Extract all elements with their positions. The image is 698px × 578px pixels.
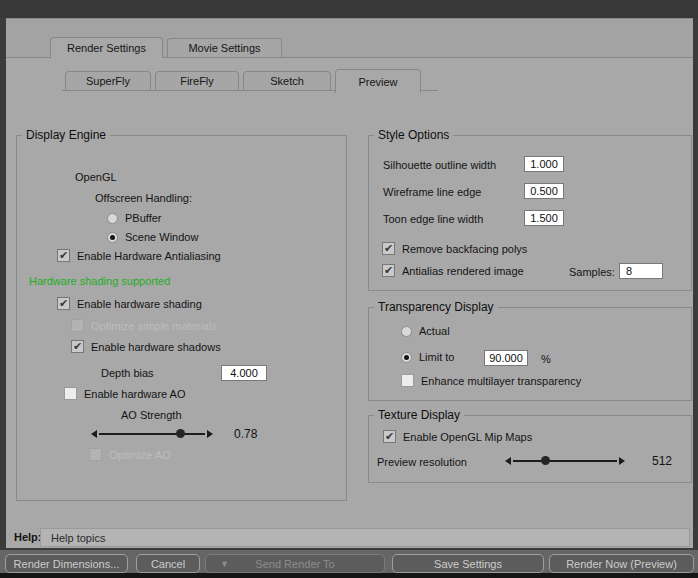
render-dimensions-button[interactable]: Render Dimensions...: [5, 554, 128, 573]
checkbox-checked-icon: ✔: [382, 242, 395, 255]
radio-limit-to-icon: [401, 352, 412, 363]
checkbox-unchecked-icon: [401, 374, 414, 387]
preview-resolution-slider[interactable]: [505, 457, 625, 465]
tab-preview-label: Preview: [358, 76, 397, 88]
preview-resolution-label: Preview resolution: [377, 456, 467, 468]
checkbox-remove-backfacing-polys[interactable]: ✔ Remove backfacing polys: [382, 242, 527, 255]
radio-limit-to[interactable]: Limit to: [401, 351, 454, 363]
checkmark-icon: ✔: [384, 265, 393, 276]
optimize-ao-label: Optimize AO: [109, 449, 171, 461]
tab-superfly-label: SuperFly: [86, 75, 130, 87]
preview-resolution-slider-track[interactable]: [513, 460, 617, 462]
ao-strength-label: AO Strength: [121, 409, 182, 421]
ao-strength-slider-knob[interactable]: [176, 429, 185, 438]
depth-bias-label: Depth bias: [101, 367, 154, 379]
cancel-label: Cancel: [151, 558, 185, 570]
slider-right-arrow-icon[interactable]: [619, 457, 625, 465]
checkbox-optimize-ao: Optimize AO: [89, 448, 171, 461]
texture-display-title: Texture Display: [374, 408, 464, 422]
tab-sketch[interactable]: Sketch: [243, 71, 331, 90]
checkbox-enhance-multilayer-transparency[interactable]: Enhance multilayer transparency: [401, 374, 581, 387]
checkbox-enable-hardware-ao[interactable]: Enable hardware AO: [64, 387, 186, 400]
cancel-button[interactable]: Cancel: [136, 554, 200, 573]
window-titlebar: [0, 0, 698, 18]
enable-hardware-shadows-label: Enable hardware shadows: [91, 341, 221, 353]
silhouette-outline-width-input[interactable]: [524, 156, 564, 172]
dropdown-arrow-icon: ▼: [220, 559, 229, 569]
wireframe-line-edge-label: Wireframe line edge: [383, 186, 481, 198]
checkbox-checked-icon: ✔: [57, 297, 70, 310]
toon-edge-line-width-label: Toon edge line width: [383, 213, 483, 225]
checkbox-enable-hardware-antialiasing[interactable]: ✔ Enable Hardware Antialiasing: [57, 249, 221, 262]
render-now-preview-label: Render Now (Preview): [566, 558, 677, 570]
tab-preview[interactable]: Preview: [335, 69, 421, 93]
samples-input[interactable]: [619, 263, 663, 279]
ao-strength-value: 0.78: [234, 427, 257, 441]
toon-edge-line-width-input[interactable]: [524, 210, 564, 226]
checkbox-enable-opengl-mip-maps[interactable]: ✔ Enable OpenGL Mip Maps: [383, 430, 532, 443]
checkmark-icon: ✔: [73, 341, 82, 352]
save-settings-label: Save Settings: [434, 558, 502, 570]
display-engine-title: Display Engine: [22, 128, 110, 142]
enable-hardware-shading-label: Enable hardware shading: [77, 298, 202, 310]
silhouette-outline-width-label: Silhouette outline width: [383, 159, 496, 171]
radio-actual[interactable]: Actual: [401, 325, 450, 337]
depth-bias-input[interactable]: [221, 365, 267, 381]
tab-movie-settings-label: Movie Settings: [188, 42, 260, 54]
limit-to-input[interactable]: [484, 350, 528, 366]
help-label: Help:: [14, 531, 42, 543]
tab-movie-settings[interactable]: Movie Settings: [167, 38, 282, 57]
radio-pbuffer-icon: [107, 213, 118, 224]
checkbox-checked-icon: ✔: [57, 249, 70, 262]
remove-backfacing-polys-label: Remove backfacing polys: [402, 243, 527, 255]
style-options-title: Style Options: [374, 128, 453, 142]
tab-firefly[interactable]: FireFly: [155, 71, 239, 90]
tab-sketch-label: Sketch: [270, 75, 304, 87]
slider-left-arrow-icon[interactable]: [505, 457, 511, 465]
slider-left-arrow-icon[interactable]: [91, 430, 97, 438]
checkmark-icon: ✔: [59, 250, 68, 261]
optimize-simple-materials-label: Optimize simple materials: [91, 320, 217, 332]
ao-strength-slider[interactable]: [91, 430, 213, 438]
render-now-preview-button[interactable]: Render Now (Preview): [549, 554, 694, 573]
ao-strength-slider-track[interactable]: [99, 433, 205, 435]
checkmark-icon: ✔: [59, 298, 68, 309]
preview-resolution-slider-knob[interactable]: [541, 456, 550, 465]
transparency-display-title: Transparency Display: [374, 300, 498, 314]
footer-button-bar: Render Dimensions... Cancel ▼ Send Rende…: [0, 550, 698, 573]
radio-limit-to-label: Limit to: [419, 351, 454, 363]
enhance-multilayer-transparency-label: Enhance multilayer transparency: [421, 375, 581, 387]
checkbox-checked-icon: ✔: [71, 340, 84, 353]
tab-firefly-label: FireFly: [180, 75, 214, 87]
radio-pbuffer[interactable]: PBuffer: [107, 212, 162, 224]
render-settings-window: Render Settings Movie Settings SuperFly …: [0, 0, 698, 578]
help-topics-text: Help topics: [51, 532, 105, 544]
hardware-shading-supported-status: Hardware shading supported: [29, 275, 170, 287]
checkbox-disabled-icon: [89, 448, 102, 461]
tab-render-settings-label: Render Settings: [67, 42, 146, 54]
style-options-group: Style Options Silhouette outline width W…: [368, 135, 692, 291]
radio-scene-window-icon: [107, 232, 118, 243]
checkbox-checked-icon: ✔: [382, 264, 395, 277]
radio-pbuffer-label: PBuffer: [125, 212, 162, 224]
samples-label: Samples:: [569, 266, 615, 278]
save-settings-button[interactable]: Save Settings: [392, 554, 544, 573]
enable-hardware-antialiasing-label: Enable Hardware Antialiasing: [77, 250, 221, 262]
tab-render-settings[interactable]: Render Settings: [50, 37, 163, 58]
percent-label: %: [541, 353, 551, 365]
tab-superfly[interactable]: SuperFly: [65, 71, 151, 90]
transparency-display-group: Transparency Display Actual Limit to % E…: [368, 307, 692, 401]
wireframe-line-edge-input[interactable]: [524, 183, 564, 199]
antialias-rendered-image-label: Antialias rendered image: [402, 265, 524, 277]
checkbox-antialias-rendered-image[interactable]: ✔ Antialias rendered image: [382, 264, 524, 277]
checkbox-enable-hardware-shadows[interactable]: ✔ Enable hardware shadows: [71, 340, 221, 353]
display-engine-group: Display Engine OpenGL Offscreen Handling…: [16, 135, 347, 501]
slider-right-arrow-icon[interactable]: [207, 430, 213, 438]
radio-scene-window[interactable]: Scene Window: [107, 231, 198, 243]
help-topics-field[interactable]: Help topics: [40, 528, 690, 547]
render-settings-dialog: Render Settings Movie Settings SuperFly …: [6, 18, 693, 548]
checkbox-enable-hardware-shading[interactable]: ✔ Enable hardware shading: [57, 297, 202, 310]
radio-actual-icon: [401, 326, 412, 337]
render-dimensions-label: Render Dimensions...: [14, 558, 120, 570]
send-render-to-button: ▼ Send Render To: [205, 554, 385, 573]
